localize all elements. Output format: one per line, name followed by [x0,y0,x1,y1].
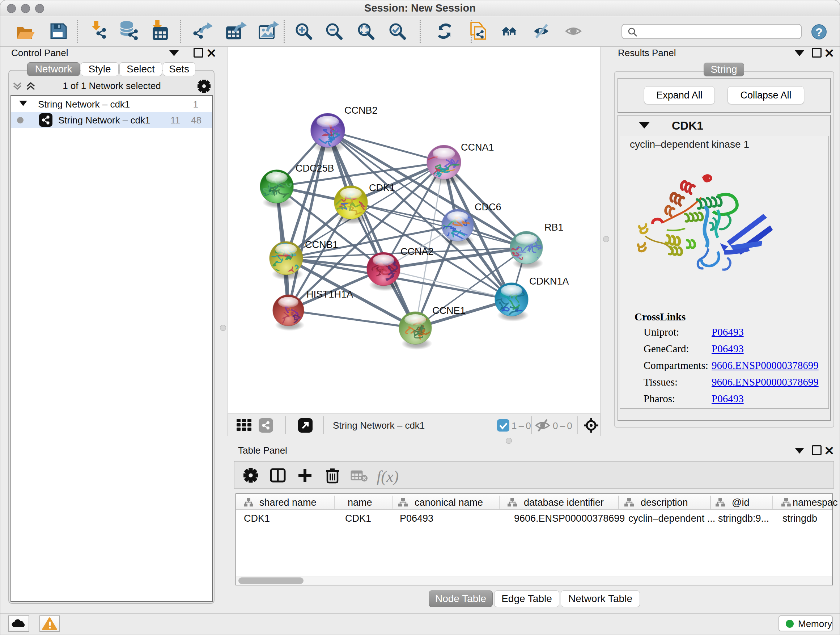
svg-text:HIST1H1A: HIST1H1A [306,289,353,300]
svg-text:RB1: RB1 [545,222,564,233]
svg-text:CDKN1A: CDKN1A [529,276,569,287]
svg-text:CCNA2: CCNA2 [401,246,434,257]
svg-text:CCNB1: CCNB1 [305,239,338,250]
svg-text:CDK1: CDK1 [369,182,395,193]
svg-text:CDC25B: CDC25B [295,163,334,174]
svg-text:CDC6: CDC6 [475,202,501,212]
svg-text:CCNE1: CCNE1 [432,305,466,316]
svg-text:CCNB2: CCNB2 [344,105,378,116]
svg-text:CCNA1: CCNA1 [461,142,494,153]
